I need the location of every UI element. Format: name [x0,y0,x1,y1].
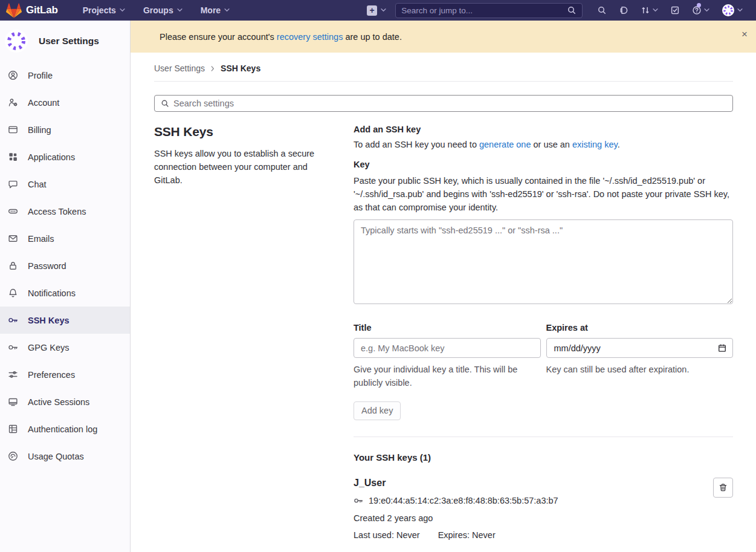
merge-request-icon [641,5,650,15]
sidebar-item-gpg-keys[interactable]: GPG Keys [0,334,130,361]
sidebar-item-emails[interactable]: Emails [0,225,130,252]
preferences-icon [8,369,18,380]
nav-item-more[interactable]: More [192,0,239,21]
applications-icon [8,152,18,162]
gitlab-logo-icon [6,3,22,18]
expires-field-help: Key can still be used after expiration. [546,363,734,377]
settings-sidebar: User Settings Profile Account Bil [0,21,131,552]
sidebar-item-authentication-log[interactable]: Authentication log [0,415,130,443]
nav-right [591,0,749,21]
global-search-input[interactable] [401,6,562,15]
generate-one-link[interactable]: generate one [479,140,531,149]
section-intro: SSH Keys SSH keys allow you to establish… [154,125,329,540]
issues-icon [619,5,628,15]
calendar-icon[interactable] [718,343,726,352]
help-button[interactable] [686,0,716,21]
title-input[interactable] [354,338,541,358]
title-field-label: Title [354,323,541,333]
key-icon [354,496,363,505]
search-button[interactable] [591,0,613,21]
sidebar-item-billing[interactable]: Billing [0,116,130,143]
settings-search[interactable] [154,95,733,112]
authentication-log-icon [8,424,18,434]
profile-icon [8,70,18,80]
alert-text-after: are up to date. [343,32,402,42]
columns: SSH Keys SSH keys allow you to establish… [154,125,733,540]
nav-item-projects[interactable]: Projects [74,0,134,21]
billing-icon [8,125,18,135]
alert-text: Please ensure your account's recovery se… [160,32,402,42]
intro-text: . [618,140,620,149]
sidebar-item-notifications[interactable]: Notifications [0,279,130,307]
recovery-settings-alert: Please ensure your account's recovery se… [131,21,756,53]
merge-requests-button[interactable] [635,0,664,21]
chevron-down-icon [120,8,125,12]
breadcrumb-user-settings[interactable]: User Settings [154,63,205,73]
sidebar-item-label: SSH Keys [28,316,69,325]
sidebar-item-ssh-keys[interactable]: SSH Keys [0,307,130,334]
expires-date-input[interactable]: mm/dd/yyyy [546,338,734,358]
sidebar-title: User Settings [39,36,99,47]
usage-quotas-icon [8,451,18,461]
nav-item-label: Projects [83,5,116,15]
main-content: Please ensure your account's recovery se… [131,21,756,552]
ssh-key-meta: Last used: Never Expires: Never [354,530,703,540]
breadcrumb-divider [154,81,733,82]
delete-key-button[interactable] [713,478,733,498]
intro-text: To add an SSH key you need to [354,140,479,149]
chevron-right-icon [211,66,215,71]
ssh-key-name[interactable]: J_User [354,478,703,489]
search-icon [567,5,577,15]
chat-icon [8,179,18,189]
close-icon[interactable]: × [741,29,748,39]
nav-menu: Projects Groups More [74,0,239,21]
expires-field: Expires at mm/dd/yyyy Key can still be u… [546,323,734,390]
search-icon [597,5,607,15]
sidebar-item-label: Applications [28,152,75,162]
nav-item-label: Groups [143,5,173,15]
ssh-key-textarea[interactable] [354,219,733,304]
breadcrumb: User Settings SSH Keys [154,63,733,73]
recovery-settings-link[interactable]: recovery settings [277,32,343,42]
sidebar-item-active-sessions[interactable]: Active Sessions [0,388,130,415]
avatar [722,4,735,17]
access-tokens-icon [8,206,18,216]
settings-search-input[interactable] [173,99,726,108]
page-title: SSH Keys [154,125,329,139]
ssh-key-last-used: Last used: Never [354,530,420,540]
password-icon [8,261,18,271]
chevron-down-icon [653,8,658,12]
gpg-keys-icon [8,342,18,352]
existing-key-link[interactable]: existing key [572,140,618,149]
notification-dot [697,3,701,7]
issues-button[interactable] [613,0,635,21]
sidebar-item-account[interactable]: Account [0,89,130,116]
sidebar-item-usage-quotas[interactable]: Usage Quotas [0,443,130,470]
sidebar-item-applications[interactable]: Applications [0,143,130,170]
sidebar-item-label: Chat [28,180,47,189]
nav-item-groups[interactable]: Groups [134,0,192,21]
chevron-down-icon [381,8,386,12]
top-navbar: GitLab Projects Groups More + [0,0,756,21]
sidebar-item-preferences[interactable]: Preferences [0,361,130,388]
sidebar-item-chat[interactable]: Chat [0,170,130,198]
new-menu-button[interactable]: + [367,5,386,16]
alert-text-before: Please ensure your account's [160,32,277,42]
account-icon [8,97,18,108]
plus-icon: + [367,5,377,16]
breadcrumb-ssh-keys: SSH Keys [221,63,260,73]
intro-text: or use an [531,140,572,149]
search-icon [161,99,169,108]
todos-button[interactable] [664,0,686,21]
add-key-button[interactable]: Add key [354,401,401,420]
date-placeholder: mm/dd/yyyy [554,343,601,353]
sidebar-item-access-tokens[interactable]: Access Tokens [0,198,130,225]
nav-item-label: More [201,5,221,15]
global-search[interactable] [395,3,583,18]
gitlab-home-link[interactable]: GitLab [6,3,58,18]
user-menu-button[interactable] [716,0,749,21]
sidebar-item-profile[interactable]: Profile [0,62,130,89]
page: User Settings Profile Account Bil [0,21,756,552]
sidebar-item-password[interactable]: Password [0,252,130,279]
sidebar-item-label: Notifications [28,288,76,298]
